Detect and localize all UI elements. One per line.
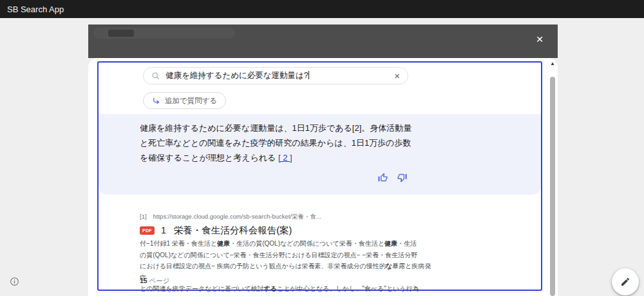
citation-url[interactable]: https://storage.cloud.google.com/sb-sear… — [153, 213, 321, 221]
search-result-modal: × ▲ 健康を維持するために必要な運動量は? × 追加で質問する 健康を維持する… — [88, 25, 558, 296]
reply-arrow-icon — [152, 97, 160, 105]
pdf-icon: PDF — [140, 226, 155, 235]
result-title[interactable]: 栄養・食生活分科会報告(案) — [174, 224, 292, 237]
thumbs-up-icon[interactable] — [377, 172, 388, 183]
scrollbar-thumb[interactable] — [550, 77, 555, 296]
search-query-text: 健康を維持するために必要な運動量は? — [166, 70, 394, 81]
scrollbar-up-icon[interactable]: ▲ — [549, 61, 556, 66]
edit-fab-button[interactable] — [612, 268, 639, 295]
search-icon — [151, 72, 160, 80]
result-page-count: 15 ページ — [140, 277, 170, 286]
ask-more-label: 追加で質問する — [165, 96, 217, 106]
search-input[interactable]: 健康を維持するために必要な運動量は? × — [143, 67, 408, 84]
result-number: 1 — [161, 225, 166, 235]
pencil-icon — [620, 277, 630, 287]
result-snippet: 付−1付録1 栄養・食生活と健康・生活の質(QOL)などの関係について栄養・食生… — [140, 238, 436, 296]
thumbs-down-icon[interactable] — [397, 172, 408, 183]
ask-more-button[interactable]: 追加で質問する — [143, 92, 226, 109]
citation-line: [1] https://storage.cloud.google.com/sb-… — [140, 213, 321, 221]
app-top-bar: SB Search App — [0, 0, 644, 18]
result-title-row: PDF 1 栄養・食生活分科会報告(案) — [140, 224, 292, 237]
answer-text: 健康を維持するために必要な運動量は、1日1万歩である[2]。身体活動量 と死亡率… — [140, 121, 431, 165]
citation-index: [1] — [140, 213, 147, 220]
ai-answer-block: 健康を維持するために必要な運動量は、1日1万歩である[2]。身体活動量 と死亡率… — [99, 114, 541, 195]
background-artifact — [108, 30, 134, 37]
modal-overlay-header: × — [88, 25, 558, 58]
clear-search-icon[interactable]: × — [394, 71, 400, 81]
close-icon[interactable]: × — [532, 31, 547, 46]
text-caret — [308, 71, 309, 79]
app-title: SB Search App — [7, 5, 64, 14]
answer-feedback-row — [377, 172, 408, 183]
highlighted-result-region: 健康を維持するために必要な運動量は? × 追加で質問する 健康を維持するために必… — [97, 61, 542, 291]
info-icon[interactable] — [10, 277, 20, 287]
